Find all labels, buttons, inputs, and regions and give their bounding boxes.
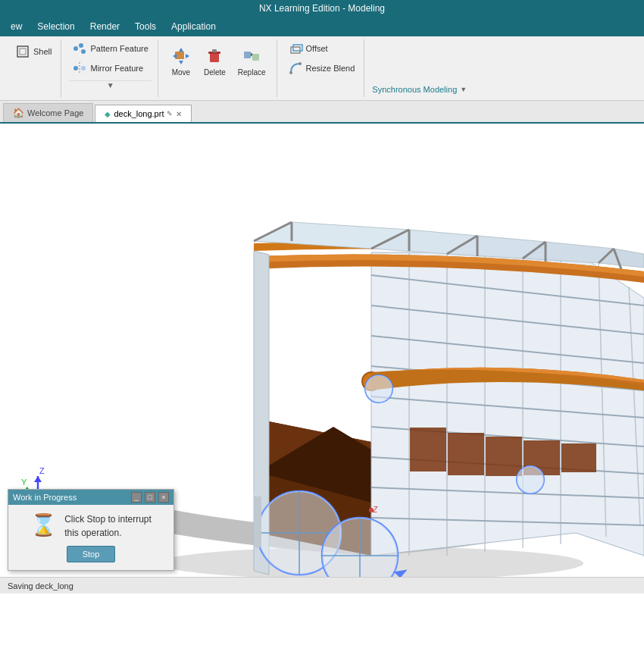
wip-stop-button[interactable]: Stop bbox=[67, 546, 116, 562]
svg-point-2 bbox=[73, 46, 78, 51]
sync-modeling-group: Synchronous Modeling ▼ bbox=[366, 39, 467, 97]
wip-dialog: Work in Progress _ □ × ⌛ Click Stop to i… bbox=[8, 489, 174, 571]
wip-minimize-button[interactable]: _ bbox=[131, 492, 142, 503]
svg-rect-54 bbox=[561, 443, 596, 472]
ribbon-group-edit: Move Delete bbox=[160, 39, 277, 97]
pattern-mirror-btns: Pattern Feature Mirror Feature bbox=[69, 39, 151, 77]
group-expand-arrow[interactable]: ▼ bbox=[107, 81, 114, 89]
menu-bar: ew Selection Render Tools Application bbox=[0, 17, 644, 36]
wip-controls: _ □ × bbox=[131, 492, 169, 503]
svg-marker-77 bbox=[34, 476, 42, 482]
delete-button[interactable]: Delete bbox=[199, 42, 230, 80]
delete-icon bbox=[204, 45, 225, 67]
ribbon-toolbar: Shell Pattern Feature bbox=[0, 36, 644, 101]
tab-bar: 🏠 Welcome Page ◆ deck_long.prt ✎ ✕ bbox=[0, 101, 644, 124]
wip-body: ⌛ Click Stop to interrupt this operation… bbox=[8, 505, 174, 570]
svg-rect-16 bbox=[244, 52, 251, 58]
mirror-feature-label: Mirror Feature bbox=[90, 64, 143, 73]
shell-buttons: Shell bbox=[12, 42, 55, 61]
wip-message-line1: Click Stop to interrupt bbox=[64, 514, 152, 525]
delete-label: Delete bbox=[204, 68, 226, 77]
status-bar: Saving deck_long bbox=[0, 577, 644, 594]
pattern-feature-button[interactable]: Pattern Feature bbox=[69, 39, 151, 58]
ribbon-group-offset: Offset Resize Blend bbox=[279, 39, 365, 97]
svg-point-67 bbox=[517, 466, 544, 493]
resize-blend-label: Resize Blend bbox=[306, 64, 355, 73]
tab-modified-indicator: ✎ bbox=[167, 110, 173, 117]
move-icon bbox=[170, 45, 192, 67]
wip-close-button[interactable]: × bbox=[158, 492, 169, 503]
replace-button[interactable]: Replace bbox=[233, 42, 270, 80]
wip-title-bar: Work in Progress _ □ × bbox=[8, 490, 174, 505]
svg-rect-52 bbox=[486, 437, 522, 476]
wip-message-line2: this operation. bbox=[64, 528, 121, 538]
wip-content: ⌛ Click Stop to interrupt this operation… bbox=[30, 512, 152, 540]
replace-label: Replace bbox=[238, 68, 266, 77]
svg-marker-10 bbox=[179, 61, 183, 64]
title-bar: NX Learning Edition - Modeling bbox=[0, 0, 644, 17]
replace-icon bbox=[241, 45, 262, 67]
mirror-feature-button[interactable]: Mirror Feature bbox=[69, 59, 151, 77]
svg-point-7 bbox=[81, 66, 86, 70]
shell-icon bbox=[15, 44, 30, 59]
wip-restore-button[interactable]: □ bbox=[145, 492, 155, 503]
sync-modeling-label: Synchronous Modeling bbox=[372, 85, 457, 94]
offset-btns: Offset Resize Blend bbox=[285, 39, 358, 77]
svg-rect-13 bbox=[210, 53, 219, 62]
shell-button[interactable]: Shell bbox=[12, 42, 55, 61]
3d-viewport[interactable]: Z Y X Z Work in Progress _ bbox=[0, 124, 644, 594]
svg-text:Z: Z bbox=[372, 506, 378, 514]
offset-label: Offset bbox=[306, 44, 328, 53]
svg-point-68 bbox=[253, 490, 262, 497]
tab-deck-long[interactable]: ◆ deck_long.prt ✎ ✕ bbox=[95, 105, 192, 122]
svg-rect-15 bbox=[212, 49, 217, 52]
offset-icon bbox=[288, 41, 303, 56]
svg-rect-19 bbox=[293, 45, 302, 51]
svg-point-3 bbox=[79, 43, 83, 48]
svg-marker-12 bbox=[186, 54, 189, 58]
offset-button[interactable]: Offset bbox=[285, 39, 358, 58]
deck-tab-label: deck_long.prt bbox=[114, 109, 164, 118]
menu-item-render[interactable]: Render bbox=[83, 19, 127, 34]
move-button[interactable]: Move bbox=[166, 42, 196, 80]
menu-item-selection[interactable]: Selection bbox=[30, 19, 82, 34]
svg-rect-0 bbox=[17, 46, 28, 57]
svg-rect-18 bbox=[291, 47, 300, 53]
svg-point-21 bbox=[299, 62, 302, 65]
svg-point-4 bbox=[81, 49, 86, 54]
svg-rect-51 bbox=[448, 433, 484, 475]
svg-marker-11 bbox=[173, 54, 177, 58]
menu-item-tools[interactable]: Tools bbox=[127, 19, 164, 34]
menu-item-application[interactable]: Application bbox=[164, 19, 224, 34]
resize-blend-icon bbox=[288, 61, 303, 76]
ribbon-group-shell: Shell bbox=[6, 39, 61, 97]
resize-blend-button[interactable]: Resize Blend bbox=[285, 59, 358, 77]
menu-item-view[interactable]: ew bbox=[3, 19, 30, 34]
move-label: Move bbox=[172, 68, 190, 77]
wip-message: Click Stop to interrupt this operation. bbox=[64, 512, 152, 540]
y-axis-label: Y bbox=[21, 478, 27, 487]
svg-marker-9 bbox=[179, 48, 183, 52]
svg-rect-1 bbox=[20, 49, 26, 55]
welcome-tab-label: Welcome Page bbox=[27, 108, 83, 117]
home-icon: 🏠 bbox=[13, 108, 24, 118]
ribbon-group-pattern: Pattern Feature Mirror Feature ▼ bbox=[63, 39, 158, 97]
status-text: Saving deck_long bbox=[8, 581, 73, 591]
svg-point-20 bbox=[289, 71, 292, 74]
mirror-feature-icon bbox=[72, 61, 87, 76]
app-title: NX Learning Edition - Modeling bbox=[259, 3, 385, 14]
tab-welcome-page[interactable]: 🏠 Welcome Page bbox=[3, 103, 93, 122]
pattern-feature-label: Pattern Feature bbox=[90, 44, 148, 53]
hourglass-icon: ⌛ bbox=[30, 512, 57, 537]
z-axis-label: Z bbox=[39, 466, 45, 475]
shell-btn-group: Shell bbox=[12, 42, 55, 61]
svg-point-65 bbox=[365, 375, 392, 403]
pattern-feature-icon bbox=[72, 41, 87, 56]
wip-title: Work in Progress bbox=[13, 493, 77, 502]
shell-label: Shell bbox=[33, 47, 52, 56]
sync-modeling-expand[interactable]: ▼ bbox=[460, 86, 467, 93]
svg-rect-50 bbox=[410, 428, 446, 471]
tab-close-button[interactable]: ✕ bbox=[176, 110, 182, 118]
file-icon: ◆ bbox=[105, 110, 111, 118]
svg-point-6 bbox=[73, 66, 78, 70]
